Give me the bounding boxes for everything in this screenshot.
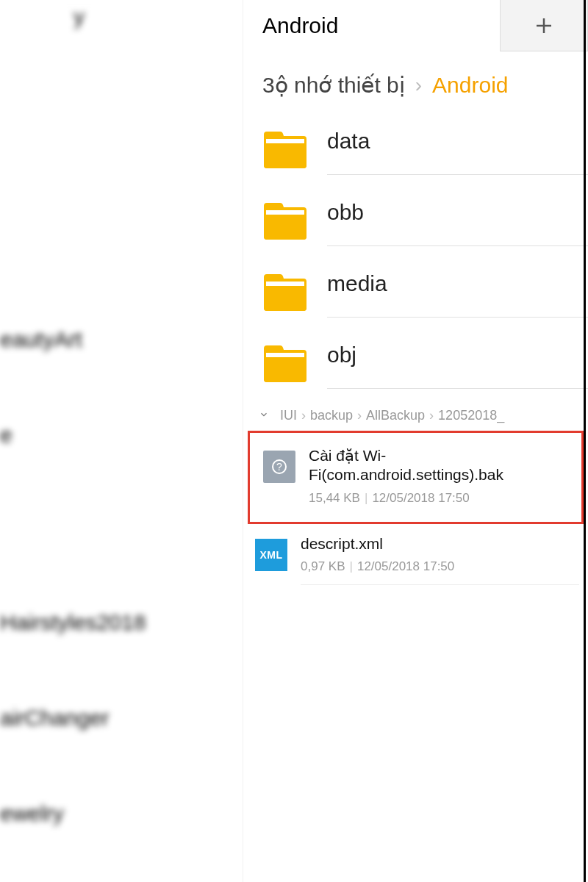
folder-label: obj — [327, 338, 588, 389]
path-segment[interactable]: 12052018_ — [438, 408, 504, 423]
file-list: ? Cài đặt Wi-Fi(com.android.settings).ba… — [243, 431, 588, 594]
path-segment[interactable]: IUI — [280, 408, 297, 423]
file-name: Cài đặt Wi-Fi(com.android.settings).bak — [309, 446, 571, 485]
folder-list: data obb media obj — [243, 114, 588, 399]
left-item: y — [74, 4, 85, 29]
file-meta: 0,97 KB|12/05/2018 17:50 — [301, 559, 579, 574]
file-xml-icon: XML — [255, 539, 287, 571]
svg-rect-5 — [266, 353, 304, 357]
chevron-down-icon[interactable] — [257, 408, 271, 423]
path-segment[interactable]: AllBackup — [366, 408, 425, 423]
svg-rect-4 — [266, 282, 304, 286]
left-item[interactable]: e — [0, 423, 12, 448]
folder-icon — [262, 344, 308, 384]
add-tab-button[interactable] — [500, 0, 588, 51]
folder-obb[interactable]: obb — [243, 185, 588, 257]
breadcrumb: 3ộ nhớ thiết bị › Android — [243, 51, 588, 114]
panel-border — [584, 0, 586, 882]
folder-icon — [262, 201, 308, 241]
left-panel: y eautyArt e Hairstyles2018 airChanger e… — [0, 0, 243, 882]
tab-bar: Android — [243, 0, 588, 51]
breadcrumb-parent[interactable]: 3ộ nhớ thiết bị — [262, 72, 405, 98]
left-item[interactable]: ewelry — [0, 801, 64, 826]
file-name: descript.xml — [301, 534, 579, 553]
folder-media[interactable]: media — [243, 257, 588, 328]
file-bak-icon: ? — [263, 451, 295, 483]
chevron-right-icon: › — [415, 74, 422, 97]
svg-text:?: ? — [276, 461, 282, 473]
folder-icon — [262, 130, 308, 170]
file-item[interactable]: XML descript.xml 0,97 KB|12/05/2018 17:5… — [243, 524, 588, 594]
left-item[interactable]: airChanger — [0, 706, 109, 731]
folder-label: data — [327, 124, 588, 175]
file-meta: 15,44 KB|12/05/2018 17:50 — [309, 491, 571, 506]
path-segment[interactable]: backup — [310, 408, 353, 423]
folder-label: media — [327, 267, 588, 318]
folder-label: obb — [327, 196, 588, 246]
breadcrumb-current: Android — [432, 73, 508, 98]
svg-rect-2 — [266, 139, 304, 143]
left-item[interactable]: eautyArt — [0, 327, 82, 352]
folder-data[interactable]: data — [243, 114, 588, 185]
highlighted-file: ? Cài đặt Wi-Fi(com.android.settings).ba… — [248, 431, 584, 524]
left-item[interactable]: Hairstyles2018 — [0, 610, 146, 635]
tab-android[interactable]: Android — [243, 0, 500, 51]
folder-obj[interactable]: obj — [243, 328, 588, 399]
plus-icon — [533, 15, 555, 37]
path-breadcrumb: IUI› backup› AllBackup› 12052018_ — [243, 399, 588, 428]
file-manager-panel: Android 3ộ nhớ thiết bị › Android data o… — [243, 0, 588, 882]
svg-rect-3 — [266, 210, 304, 215]
folder-icon — [262, 273, 308, 312]
file-item[interactable]: ? Cài đặt Wi-Fi(com.android.settings).ba… — [251, 436, 580, 519]
